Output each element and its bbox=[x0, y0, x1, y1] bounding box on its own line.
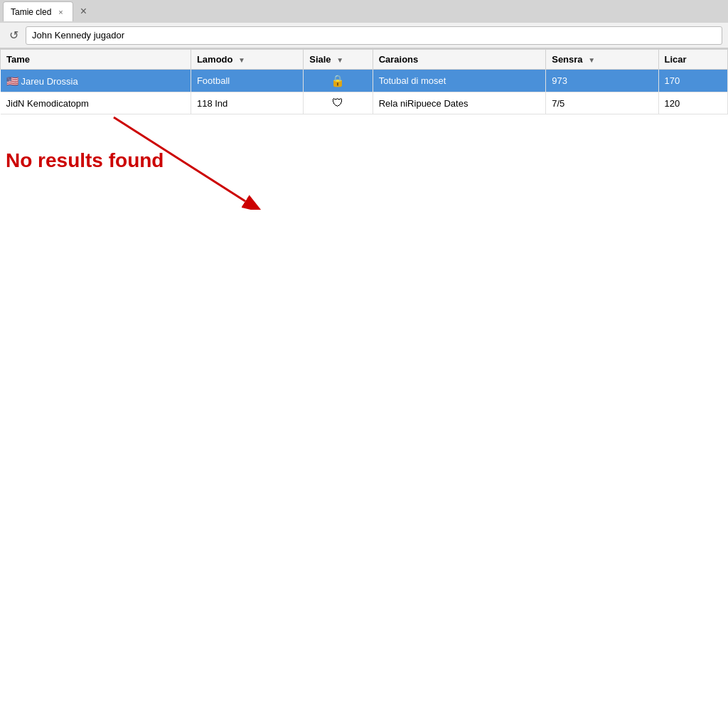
cell-licar: 170 bbox=[658, 70, 727, 92]
active-tab[interactable]: Tamie cled × bbox=[3, 1, 73, 21]
tab-title: Tamie cled bbox=[11, 7, 51, 17]
flag-icon: 🇺🇸 bbox=[6, 75, 18, 87]
table-container: Tame Lamodo ▼ Siale ▼ Caraions Sensra ▼ bbox=[0, 49, 728, 114]
cell-caraions: Totubal di moset bbox=[373, 70, 546, 92]
table-header-row: Tame Lamodo ▼ Siale ▼ Caraions Sensra ▼ bbox=[1, 50, 728, 70]
sort-arrow-siale: ▼ bbox=[336, 56, 343, 64]
data-table: Tame Lamodo ▼ Siale ▼ Caraions Sensra ▼ bbox=[0, 49, 728, 114]
player-name: Jareu Drossia bbox=[21, 76, 78, 87]
cell-tame: JidN Kemodicatopm bbox=[1, 92, 191, 114]
col-header-siale[interactable]: Siale ▼ bbox=[304, 50, 373, 70]
tab-close-button[interactable]: × bbox=[55, 7, 65, 17]
new-tab-button[interactable]: × bbox=[75, 3, 92, 20]
cell-sensra: 973 bbox=[546, 70, 658, 92]
no-results-label: No results found bbox=[6, 149, 164, 172]
sort-arrow-sensra: ▼ bbox=[588, 56, 595, 64]
cell-sensra: 7/5 bbox=[546, 92, 658, 114]
col-header-tame[interactable]: Tame bbox=[1, 50, 191, 70]
cell-siale: 🛡 bbox=[304, 92, 373, 114]
cell-caraions: Rela niRipuece Dates bbox=[373, 92, 546, 114]
svg-line-1 bbox=[114, 117, 245, 201]
col-header-caraions[interactable]: Caraions bbox=[373, 50, 546, 70]
cell-licar: 120 bbox=[658, 92, 727, 114]
cell-lamodo: Football bbox=[191, 70, 303, 92]
col-header-licar[interactable]: Licar bbox=[658, 50, 727, 70]
player-name: JidN Kemodicatopm bbox=[6, 98, 89, 109]
col-header-sensra[interactable]: Sensra ▼ bbox=[546, 50, 658, 70]
table-row[interactable]: 🇺🇸Jareu DrossiaFootball🔒Totubal di moset… bbox=[1, 70, 728, 92]
annotation-arrow bbox=[107, 110, 263, 210]
address-bar-row: ↺ bbox=[0, 23, 728, 48]
address-input[interactable] bbox=[26, 26, 722, 45]
cell-siale: 🔒 bbox=[304, 70, 373, 92]
cell-tame: 🇺🇸Jareu Drossia bbox=[1, 70, 191, 92]
browser-chrome: Tamie cled × × ↺ bbox=[0, 0, 728, 49]
sort-arrow-lamodo: ▼ bbox=[238, 56, 245, 64]
refresh-button[interactable]: ↺ bbox=[6, 28, 21, 43]
table-row[interactable]: JidN Kemodicatopm118 Ind🛡Rela niRipuece … bbox=[1, 92, 728, 114]
col-header-lamodo[interactable]: Lamodo ▼ bbox=[191, 50, 303, 70]
tab-bar: Tamie cled × × bbox=[0, 0, 728, 23]
cell-lamodo: 118 Ind bbox=[191, 92, 303, 114]
